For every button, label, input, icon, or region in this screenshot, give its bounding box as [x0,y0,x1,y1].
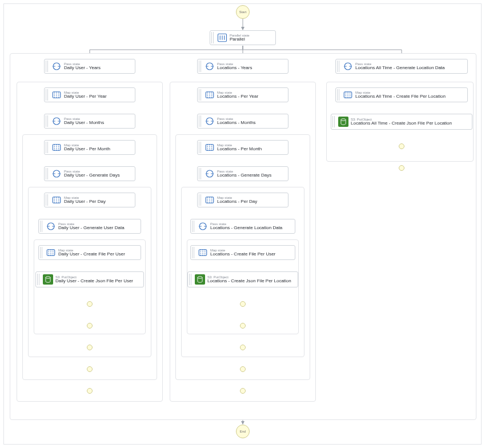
end-marker [87,388,93,394]
state-node[interactable]: Map stateLocations - Per Year [197,87,288,102]
drag-handle[interactable] [192,247,194,258]
end-marker [240,345,246,350]
map-icon [343,90,353,100]
node-title: Parallel [230,37,250,42]
drag-handle[interactable] [46,142,48,153]
end-marker [399,165,404,171]
node-title: Locations - Years [217,66,252,70]
map-icon [198,247,208,258]
node-title: Daily User - Per Month [64,147,110,151]
map-icon [205,90,215,100]
state-node[interactable]: Map stateDaily User - Per Month [44,140,135,155]
drag-handle[interactable] [337,89,339,101]
svg-rect-18 [199,250,207,256]
pass-icon [51,169,62,179]
drag-handle[interactable] [46,194,48,206]
state-node[interactable]: Pass stateDaily User - Months [44,114,135,129]
start-node[interactable]: Start [236,5,250,19]
s3-icon [43,274,53,285]
svg-point-22 [341,119,346,121]
state-node[interactable]: Pass stateDaily User - Generate User Dat… [38,219,141,234]
state-node[interactable]: Pass stateLocations - Years [197,59,288,74]
node-title: Locations - Per Day [217,199,257,204]
pass-icon [51,116,62,126]
drag-handle[interactable] [199,89,201,101]
state-node[interactable]: Map stateLocations All Time - Create Fil… [335,87,468,102]
node-title: Locations - Generate Days [217,173,271,178]
drag-handle[interactable] [199,168,201,179]
svg-rect-5 [53,145,61,151]
drag-handle[interactable] [46,168,48,179]
state-node[interactable]: Map stateDaily User - Per Day [44,193,135,207]
pass-icon [51,61,62,71]
state-node[interactable]: Pass stateDaily User - Years [44,59,135,74]
state-node[interactable]: Map stateLocations - Per Month [197,140,288,155]
drag-handle[interactable] [40,221,42,232]
state-node[interactable]: Pass stateLocations - Generate Location … [190,219,295,234]
node-title: Locations - Per Month [217,147,262,151]
state-node[interactable]: Pass stateLocations All Time - Generate … [335,59,468,74]
drag-handle[interactable] [192,221,194,232]
state-node[interactable]: Pass stateLocations - Months [197,114,288,129]
workflow-canvas[interactable]: Start Parallel stateParallel Pass stateD… [3,3,482,445]
map-icon [51,195,62,205]
state-node[interactable]: Map stateLocations - Create File Per Use… [190,245,295,260]
state-node[interactable]: Map stateDaily User - Per Year [44,87,135,102]
drag-handle[interactable] [40,247,42,258]
svg-rect-3 [53,92,61,98]
parallel-state-node[interactable]: Parallel stateParallel [210,30,276,45]
end-node[interactable]: End [236,425,250,438]
s3-icon [195,274,205,285]
node-title: Daily User - Create Json File Per User [55,279,133,283]
drag-handle[interactable] [199,61,201,72]
pass-icon [205,61,215,71]
drag-handle[interactable] [46,115,48,127]
parallel-icon [217,33,227,43]
end-marker [240,323,246,329]
pass-icon [343,61,353,71]
state-node[interactable]: S3: PutObjectLocations All Time - Create… [331,114,472,130]
svg-point-19 [198,277,202,279]
node-title: Locations All Time - Create Json File Pe… [351,121,452,126]
drag-handle[interactable] [337,61,339,72]
drag-handle[interactable] [46,61,48,72]
pass-icon [205,169,215,179]
node-title: Locations - Generate Location Data [210,226,282,230]
drag-handle[interactable] [199,115,201,127]
map-icon [51,142,62,153]
node-title: Locations - Create Json File Per Locatio… [207,279,291,283]
end-label: End [240,430,246,433]
state-node[interactable]: Map stateDaily User - Create File Per Us… [38,245,141,260]
node-title: Locations All Time - Generate Location D… [355,66,445,70]
state-node[interactable]: S3: PutObjectLocations - Create Json Fil… [187,271,298,287]
drag-handle[interactable] [46,89,48,101]
drag-handle[interactable] [199,142,201,153]
map-icon [205,195,215,205]
s3-icon [338,117,348,127]
pass-icon [46,221,56,231]
node-title: Daily User - Per Year [64,94,107,99]
state-node[interactable]: Pass stateDaily User - Generate Days [44,166,135,181]
drag-handle[interactable] [189,274,191,285]
svg-rect-12 [206,92,214,98]
state-node[interactable]: Pass stateLocations - Generate Days [197,166,288,181]
end-marker [240,388,246,394]
node-title: Locations - Create File Per User [210,252,275,257]
node-title: Daily User - Months [64,121,104,125]
svg-rect-7 [53,197,61,203]
node-title: Daily User - Per Day [64,199,106,204]
end-marker [87,366,93,372]
svg-rect-21 [344,92,352,98]
drag-handle[interactable] [37,274,39,285]
map-icon [46,247,56,258]
drag-handle[interactable] [211,32,214,43]
end-marker [240,301,246,307]
state-node[interactable]: S3: PutObjectDaily User - Create Json Fi… [35,271,144,287]
state-node[interactable]: Map stateLocations - Per Day [197,193,288,207]
end-marker [87,323,93,329]
node-title: Daily User - Generate User Data [58,226,125,230]
drag-handle[interactable] [332,116,335,127]
end-marker [240,366,246,372]
drag-handle[interactable] [199,194,201,206]
node-title: Locations - Months [217,121,256,125]
